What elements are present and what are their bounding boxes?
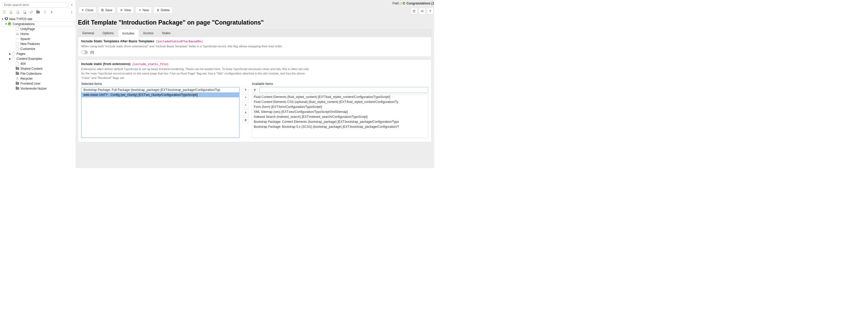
move-up-button[interactable]: [243, 94, 249, 100]
chevron-down-icon[interactable]: ▼: [1, 18, 4, 21]
svg-point-12: [121, 10, 122, 10]
folder-icon: [16, 87, 19, 90]
tab-access[interactable]: Access: [139, 30, 158, 37]
close-button[interactable]: Close: [79, 7, 96, 13]
page-icon: [16, 27, 19, 31]
new-page-stop-icon[interactable]: [23, 10, 26, 14]
new-button[interactable]: New: [136, 7, 152, 13]
list-item[interactable]: web-vision UniTY - Config (wv_t3unity) […: [82, 93, 239, 97]
folder-icon[interactable]: [36, 10, 40, 14]
link-icon[interactable]: [29, 10, 33, 14]
tree-item[interactable]: Home: [1, 31, 74, 36]
more-icon[interactable]: [70, 10, 74, 14]
list-item[interactable]: Fluid Content Elements (fluid_styled_con…: [252, 95, 428, 100]
home-icon: [16, 32, 19, 36]
new-page-after-icon[interactable]: [16, 10, 20, 14]
move-top-button[interactable]: [243, 87, 249, 93]
chevron-right-icon[interactable]: ▶: [8, 57, 11, 60]
delete-button[interactable]: Delete: [154, 7, 173, 13]
field-label: Include static (from extensions): [81, 62, 130, 66]
tree-item[interactable]: ▶Pages: [1, 51, 74, 56]
move-bottom-button[interactable]: [243, 109, 249, 115]
available-items-label: Available Items: [252, 82, 428, 86]
svg-line-19: [422, 11, 423, 12]
tab-includes[interactable]: Includes: [118, 29, 139, 37]
filter-input[interactable]: [259, 87, 428, 93]
tree-item[interactable]: Frontend User: [1, 81, 74, 86]
tree-item[interactable]: Customize: [1, 46, 74, 51]
chevron-down-icon[interactable]: ▼: [5, 23, 8, 26]
page-tree: ▼ New TYPO3 site ▼ Congratulations Unity…: [0, 15, 76, 91]
new-page-icon[interactable]: [2, 10, 6, 14]
selected-items-listbox[interactable]: Bootstrap Package: Full Package (bootstr…: [81, 87, 240, 138]
field-include-after-basis: Include Static Templates After Basis Tem…: [78, 37, 431, 57]
toggle-switch[interactable]: [81, 51, 88, 54]
filter-icon[interactable]: [252, 87, 258, 93]
field-label: Include Static Templates After Basis Tem…: [81, 39, 154, 43]
globe-icon: [8, 22, 11, 26]
field-include-static: Include static (from extensions) [includ…: [78, 60, 431, 142]
module-header: Path: / Congratulations [1] Close Save V…: [76, 0, 434, 16]
recycler-icon: [16, 77, 19, 80]
page-icon: [12, 52, 15, 56]
tab-options[interactable]: Options: [98, 30, 118, 37]
breadcrumb: Path: / Congratulations [1]: [393, 2, 434, 5]
tree-item[interactable]: New Features: [1, 41, 74, 46]
open-new-window-button[interactable]: [411, 8, 417, 14]
collapse-sidebar-button[interactable]: [70, 3, 74, 7]
list-item[interactable]: Form (form) [EXT:form/Configuration/Typo…: [252, 104, 428, 109]
search-input[interactable]: [2, 2, 68, 8]
list-item[interactable]: Fluid Content Elements CSS (optional) (f…: [252, 100, 428, 104]
tree-item[interactable]: 404: [1, 61, 74, 66]
list-item[interactable]: Bootstrap Package: Bootstrap 5.x (SCSS) …: [252, 124, 428, 129]
tree-item[interactable]: Vorderende Nutzer: [1, 86, 74, 91]
tree-item[interactable]: Spacer: [1, 36, 74, 41]
tree-item[interactable]: File Collections: [1, 71, 74, 76]
chevron-right-icon[interactable]: ▶: [8, 52, 11, 56]
remove-item-button[interactable]: [243, 117, 249, 123]
field-tech-name: [include_static_file]: [132, 62, 168, 66]
tree-item[interactable]: Shared Content: [1, 66, 74, 71]
page-title: Edit Template "Introduction Package" on …: [78, 19, 431, 26]
help-button[interactable]: ?: [427, 8, 433, 14]
available-items-listbox[interactable]: Fluid Content Elements (fluid_styled_con…: [252, 94, 428, 138]
move-down-button[interactable]: [243, 102, 249, 108]
tab-general[interactable]: General: [78, 30, 98, 37]
list-item[interactable]: Bootstrap Package: Full Package (bootstr…: [82, 88, 239, 93]
page-icon: [16, 62, 19, 65]
list-item[interactable]: Bootstrap Package: Content Elements (boo…: [252, 120, 428, 124]
tree-item-congratulations[interactable]: ▼ Congratulations: [1, 22, 74, 26]
share-button[interactable]: [419, 8, 425, 14]
tree-item[interactable]: Recycler: [1, 76, 74, 81]
save-button[interactable]: Save: [98, 7, 115, 13]
toggle-value: [0]: [91, 51, 94, 54]
field-description: Extensions often deliver default TypoScr…: [81, 67, 312, 80]
page-icon: [12, 57, 15, 60]
tree-item[interactable]: UnityPage: [1, 26, 74, 31]
tree-root[interactable]: ▼ New TYPO3 site: [1, 16, 74, 22]
list-item[interactable]: XML Sitemap (seo) [EXT:seo/Configuration…: [252, 109, 428, 114]
svg-point-6: [71, 11, 72, 11]
selected-items-label: Selected Items: [81, 82, 240, 86]
trash-icon[interactable]: [43, 10, 47, 14]
field-tech-name: [includeStaticAfterBasedOn]: [156, 40, 203, 43]
view-button[interactable]: View: [117, 7, 134, 13]
tabs: General Options Includes Access Notes: [78, 29, 431, 37]
typo3-logo-icon: [4, 17, 8, 21]
new-page-inside-icon[interactable]: [9, 10, 13, 14]
folder-icon: [16, 67, 19, 70]
divide-icon[interactable]: [50, 10, 54, 14]
page-icon: [16, 47, 19, 51]
list-item[interactable]: Indexed Search (indexed_search) [EXT:ind…: [252, 114, 428, 120]
tab-notes[interactable]: Notes: [158, 30, 175, 37]
page-tree-sidebar: ▼ New TYPO3 site ▼ Congratulations Unity…: [0, 0, 76, 168]
spacer-icon: [16, 37, 19, 40]
globe-icon: [403, 2, 405, 5]
folder-icon: [16, 82, 19, 85]
svg-point-5: [52, 13, 52, 13]
svg-point-8: [71, 13, 72, 13]
field-description: When using both "Include static (from ex…: [81, 44, 304, 48]
svg-point-7: [71, 12, 72, 12]
tree-item[interactable]: ▶Content Examples: [1, 56, 74, 61]
svg-point-3: [52, 11, 52, 11]
